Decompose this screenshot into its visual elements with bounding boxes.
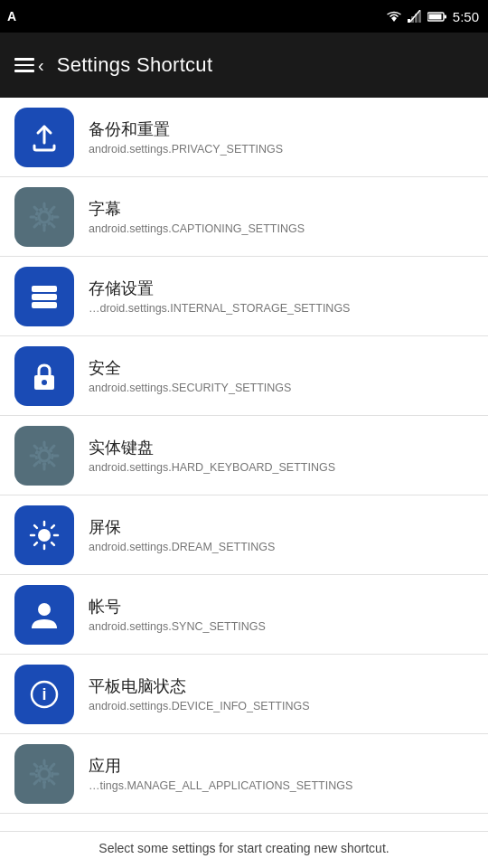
storage-icon-bg	[14, 267, 74, 326]
item-subtitle-apps: …tings.MANAGE_ALL_APPLICATIONS_SETTINGS	[89, 779, 474, 792]
item-title-security: 安全	[89, 357, 474, 379]
a-icon: A	[7, 9, 16, 24]
item-text-storage: 存储设置 …droid.settings.INTERNAL_STORAGE_SE…	[89, 278, 474, 315]
item-title-device_info: 平板电脑状态	[89, 675, 474, 697]
settings-list: 备份和重置 android.settings.PRIVACY_SETTINGS …	[0, 98, 488, 814]
bottom-hint: Select some settings for start creating …	[0, 831, 488, 868]
item-text-privacy: 备份和重置 android.settings.PRIVACY_SETTINGS	[89, 118, 474, 156]
item-text-keyboard: 实体键盘 android.settings.HARD_KEYBOARD_SETT…	[89, 437, 474, 474]
app-bar: ‹ Settings Shortcut	[0, 33, 488, 98]
svg-rect-13	[32, 302, 57, 308]
list-item-dream[interactable]: 屏保 android.settings.DREAM_SETTINGS	[0, 495, 488, 575]
item-text-captioning: 字幕 android.settings.CAPTIONING_SETTINGS	[89, 198, 474, 235]
item-subtitle-storage: …droid.settings.INTERNAL_STORAGE_SETTING…	[89, 302, 474, 315]
item-title-sync: 帐号	[89, 596, 474, 618]
svg-text:i: i	[42, 685, 46, 703]
status-time: 5:50	[453, 9, 479, 24]
upload-icon-bg	[14, 108, 74, 167]
svg-rect-7	[428, 14, 441, 19]
item-text-dream: 屏保 android.settings.DREAM_SETTINGS	[89, 516, 474, 553]
item-title-storage: 存储设置	[89, 278, 474, 299]
item-subtitle-security: android.settings.SECURITY_SETTINGS	[89, 382, 474, 394]
item-subtitle-captioning: android.settings.CAPTIONING_SETTINGS	[89, 222, 474, 235]
status-bar-left: A	[7, 9, 16, 24]
svg-point-9	[39, 212, 50, 222]
status-bar: A 5:50	[0, 0, 488, 33]
signal-icon	[408, 10, 422, 23]
svg-marker-0	[391, 16, 397, 22]
item-title-keyboard: 实体键盘	[89, 437, 474, 458]
item-title-apps: 应用	[89, 755, 474, 777]
svg-point-15	[42, 380, 47, 385]
gear-icon-bg	[14, 187, 74, 247]
info-icon-bg: i	[14, 665, 74, 724]
svg-point-22	[39, 769, 50, 779]
item-subtitle-dream: android.settings.DREAM_SETTINGS	[89, 541, 474, 553]
list-item-device_info[interactable]: i 平板电脑状态 android.settings.DEVICE_INFO_SE…	[0, 655, 488, 734]
battery-icon	[427, 11, 447, 23]
svg-point-19	[38, 603, 51, 616]
gear-icon-bg	[14, 426, 74, 486]
item-title-dream: 屏保	[89, 516, 474, 538]
item-title-captioning: 字幕	[89, 198, 474, 220]
item-text-apps: 应用 …tings.MANAGE_ALL_APPLICATIONS_SETTIN…	[89, 755, 474, 792]
status-bar-right: 5:50	[386, 9, 479, 24]
list-item-privacy[interactable]: 备份和重置 android.settings.PRIVACY_SETTINGS	[0, 98, 488, 177]
list-item-storage[interactable]: 存储设置 …droid.settings.INTERNAL_STORAGE_SE…	[0, 257, 488, 336]
menu-back-icon[interactable]: ‹	[14, 55, 44, 76]
item-title-privacy: 备份和重置	[89, 118, 474, 140]
svg-rect-8	[444, 14, 446, 18]
item-subtitle-privacy: android.settings.PRIVACY_SETTINGS	[89, 143, 474, 156]
item-text-device_info: 平板电脑状态 android.settings.DEVICE_INFO_SETT…	[89, 675, 474, 712]
item-text-security: 安全 android.settings.SECURITY_SETTINGS	[89, 357, 474, 394]
svg-rect-11	[32, 286, 57, 292]
list-item-keyboard[interactable]: 实体键盘 android.settings.HARD_KEYBOARD_SETT…	[0, 416, 488, 495]
lock-icon-bg	[14, 346, 74, 406]
list-item-apps[interactable]: 应用 …tings.MANAGE_ALL_APPLICATIONS_SETTIN…	[0, 734, 488, 814]
item-subtitle-keyboard: android.settings.HARD_KEYBOARD_SETTINGS	[89, 461, 474, 474]
gear-icon-bg	[14, 744, 74, 804]
list-item-sync[interactable]: 帐号 android.settings.SYNC_SETTINGS	[0, 575, 488, 655]
wifi-icon	[386, 10, 402, 23]
svg-rect-12	[32, 294, 57, 300]
svg-point-18	[38, 529, 51, 542]
person-icon-bg	[14, 585, 74, 645]
item-text-sync: 帐号 android.settings.SYNC_SETTINGS	[89, 596, 474, 633]
list-item-captioning[interactable]: 字幕 android.settings.CAPTIONING_SETTINGS	[0, 177, 488, 257]
item-subtitle-device_info: android.settings.DEVICE_INFO_SETTINGS	[89, 700, 474, 712]
item-subtitle-sync: android.settings.SYNC_SETTINGS	[89, 620, 474, 633]
brightness-icon-bg	[14, 505, 74, 565]
svg-point-16	[39, 450, 50, 461]
page-title: Settings Shortcut	[57, 53, 213, 77]
list-item-security[interactable]: 安全 android.settings.SECURITY_SETTINGS	[0, 336, 488, 416]
